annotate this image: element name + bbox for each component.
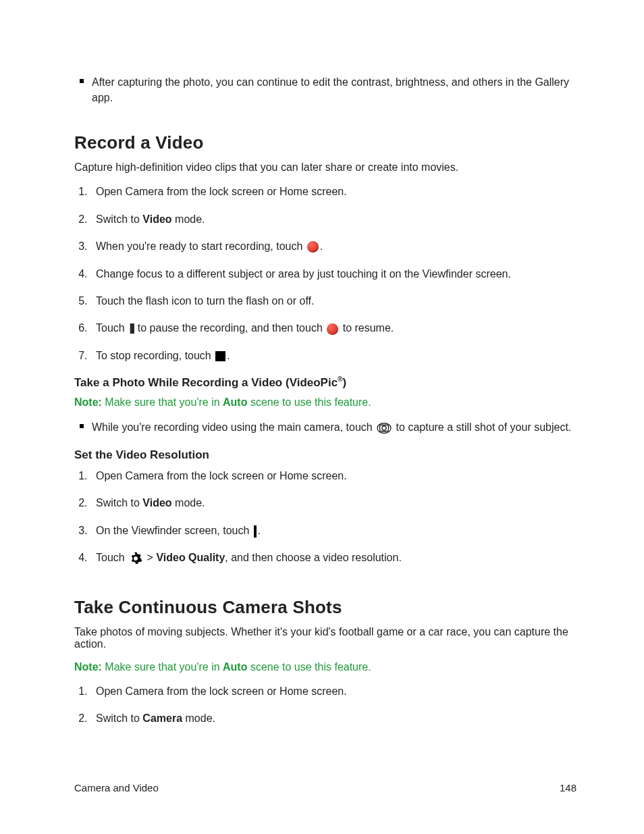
step: To stop recording, touch .: [90, 348, 576, 363]
step: Switch to Video mode.: [90, 212, 576, 227]
intro-bullet: After capturing the photo, you can conti…: [92, 74, 576, 105]
list-item: While you're recording video using the m…: [92, 419, 576, 435]
heading-videopic: Take a Photo While Recording a Video (Vi…: [74, 375, 576, 390]
intro-bullet-list: After capturing the photo, you can conti…: [74, 74, 576, 105]
svg-point-2: [382, 425, 386, 429]
note-continuous: Note: Make sure that you're in Auto scen…: [74, 661, 576, 673]
gear-icon: [129, 552, 142, 565]
camera-icon: [377, 422, 392, 434]
heading-continuous-shots: Take Continuous Camera Shots: [74, 597, 576, 618]
videopic-bullets: While you're recording video using the m…: [74, 419, 576, 435]
step: Switch to Video mode.: [90, 496, 576, 511]
overflow-icon: [254, 525, 257, 538]
stop-icon: [215, 351, 225, 361]
record-icon: [327, 323, 338, 335]
step: When you're ready to start recording, to…: [90, 239, 576, 254]
continuous-steps: Open Camera from the lock screen or Home…: [74, 684, 576, 727]
step: Change focus to a different subject or a…: [90, 267, 576, 282]
heading-video-resolution: Set the Video Resolution: [74, 448, 576, 462]
step: Open Camera from the lock screen or Home…: [90, 184, 576, 199]
footer-section: Camera and Video: [74, 782, 159, 793]
step: Switch to Camera mode.: [90, 711, 576, 726]
step: Open Camera from the lock screen or Home…: [90, 684, 576, 699]
step: Open Camera from the lock screen or Home…: [90, 469, 576, 484]
step: Touch the flash icon to turn the flash o…: [90, 294, 576, 309]
record-video-steps: Open Camera from the lock screen or Home…: [74, 184, 576, 363]
page-number: 148: [560, 782, 576, 793]
record-video-lead: Capture high-definition video clips that…: [74, 161, 576, 174]
step: Touch > Video Quality, and then choose a…: [90, 550, 576, 565]
page-footer: Camera and Video 148: [74, 782, 576, 793]
record-icon: [307, 241, 319, 253]
step: On the Viewfinder screen, touch .: [90, 523, 576, 538]
page-content: After capturing the photo, you can conti…: [0, 0, 644, 726]
note-videopic: Note: Make sure that you're in Auto scen…: [74, 396, 576, 409]
video-resolution-steps: Open Camera from the lock screen or Home…: [74, 469, 576, 566]
heading-record-video: Record a Video: [74, 132, 576, 153]
step: Touch II to pause the recording, and the…: [90, 321, 576, 336]
continuous-lead: Take photos of moving subjects. Whether …: [74, 626, 576, 650]
